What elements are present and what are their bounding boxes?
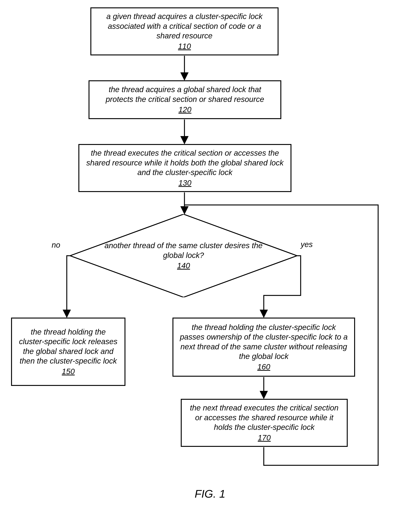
box-text: the next thread executes the critical se… (190, 403, 338, 432)
box-text: the thread holding the cluster-specific … (180, 323, 348, 361)
box-content: the thread executes the critical section… (85, 148, 285, 188)
figure-caption: FIG. 1 (7, 487, 413, 500)
box-ref: 110 (178, 42, 191, 51)
process-box-160: the thread holding the cluster-specific … (172, 318, 355, 377)
process-box-110: a given thread acquires a cluster-specif… (90, 7, 278, 55)
box-content: the next thread executes the critical se… (187, 403, 341, 443)
process-box-150: the thread holding the cluster-specific … (11, 318, 125, 386)
box-text: a given thread acquires a cluster-specif… (106, 12, 263, 40)
box-content: the thread acquires a global shared lock… (95, 85, 275, 115)
box-content: the thread holding the cluster-specific … (17, 327, 119, 377)
box-ref: 130 (178, 178, 191, 188)
diamond-ref: 140 (177, 261, 190, 271)
box-content: the thread holding the cluster-specific … (179, 323, 349, 372)
process-box-170: the next thread executes the critical se… (181, 399, 348, 447)
decision-diamond-140: another thread of the same cluster desir… (70, 214, 297, 297)
edge-label-no: no (52, 241, 60, 249)
diamond-content: another thread of the same cluster desir… (70, 214, 297, 297)
process-box-130: the thread executes the critical section… (78, 144, 292, 192)
box-ref: 160 (257, 362, 270, 372)
box-ref: 150 (62, 367, 75, 377)
flowchart-canvas: a given thread acquires a cluster-specif… (7, 7, 413, 509)
box-content: a given thread acquires a cluster-specif… (97, 12, 272, 51)
box-ref: 170 (258, 433, 270, 443)
box-text: the thread holding the cluster-specific … (19, 328, 118, 365)
box-text: the thread acquires a global shared lock… (106, 85, 264, 104)
box-text: the thread executes the critical section… (86, 149, 284, 177)
diamond-text: another thread of the same cluster desir… (105, 241, 263, 260)
box-ref: 120 (178, 105, 191, 115)
process-box-120: the thread acquires a global shared lock… (89, 80, 281, 119)
edge-label-yes: yes (301, 240, 313, 249)
